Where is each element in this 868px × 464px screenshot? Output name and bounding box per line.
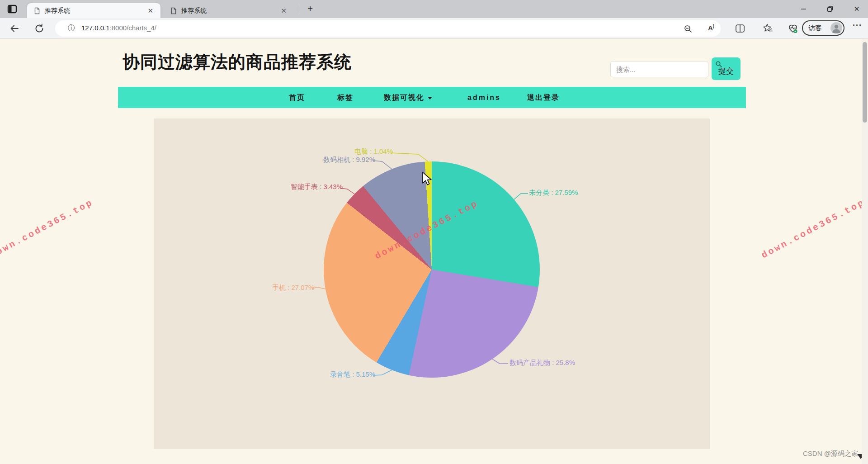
- webpage-content: 协同过滤算法的商品推荐系统 提交 首页 标签 数据可视化 admins 退出登录…: [0, 39, 868, 464]
- favorites-star-icon[interactable]: [762, 23, 773, 34]
- tab-close-icon[interactable]: ✕: [278, 7, 289, 15]
- refresh-icon[interactable]: [34, 24, 44, 33]
- nav-item-home[interactable]: 首页: [289, 87, 305, 108]
- settings-menu-icon[interactable]: ···: [853, 21, 862, 30]
- mouse-cursor: [422, 172, 434, 185]
- url-host: 127.0.0.1: [81, 24, 110, 32]
- search-input[interactable]: [610, 61, 708, 77]
- tab-recommend-system-1[interactable]: 推荐系统 ✕: [27, 3, 160, 18]
- browser-toolbar: ⓘ 127.0.0.1:8000/charts_4/ A) 访客 ···: [0, 18, 868, 39]
- watermark-left: down.code365.top: [0, 197, 95, 261]
- tab-title: 推荐系统: [181, 7, 278, 15]
- nav-item-data-visualization[interactable]: 数据可视化: [384, 87, 432, 108]
- window-close-button[interactable]: ✕: [846, 0, 867, 18]
- split-screen-icon[interactable]: [735, 24, 745, 33]
- nav-item-admins[interactable]: admins: [467, 87, 501, 108]
- pie-label-digital-camera: 数码相机 : 9.92%: [323, 156, 375, 164]
- tab-recommend-system-2[interactable]: 推荐系统 ✕: [164, 3, 294, 18]
- restore-icon: [827, 6, 833, 12]
- screen: { "browser": { "tabs": [ { "title": "推荐系…: [0, 0, 868, 464]
- minimize-icon: [800, 6, 807, 12]
- main-navbar: 首页 标签 数据可视化 admins 退出登录: [118, 87, 746, 108]
- back-icon[interactable]: [9, 23, 20, 34]
- page-favicon-icon: [170, 7, 177, 14]
- page-title: 协同过滤算法的商品推荐系统: [123, 51, 352, 74]
- pie-label-phone: 手机 : 27.07%: [272, 284, 314, 292]
- submit-button[interactable]: 提交: [712, 57, 741, 80]
- read-aloud-icon[interactable]: A): [708, 24, 714, 32]
- pie-label-computer: 电脑 : 1.04%: [354, 147, 393, 156]
- pie-chart-container: 未分类 : 27.59% 数码产品礼物 : 25.8% 录音笔 : 5.15% …: [154, 118, 710, 449]
- guest-label: 访客: [808, 24, 822, 33]
- address-bar[interactable]: ⓘ 127.0.0.1:8000/charts_4/ A): [55, 20, 721, 37]
- tab-title: 推荐系统: [45, 7, 145, 15]
- nav-item-label: 数据可视化: [384, 94, 425, 101]
- pie-chart[interactable]: [324, 161, 540, 378]
- pie-label-voice-recorder: 录音笔 : 5.15%: [330, 370, 375, 379]
- profile-button[interactable]: 访客: [802, 20, 844, 36]
- nav-item-tags[interactable]: 标签: [337, 87, 354, 108]
- url-text[interactable]: 127.0.0.1:8000/charts_4/: [81, 24, 156, 32]
- browser-titlebar: 推荐系统 ✕ 推荐系统 ✕ + ✕: [0, 0, 868, 18]
- browser-essentials-icon[interactable]: [788, 23, 798, 34]
- tab-divider: [300, 5, 300, 13]
- submit-label: 提交: [718, 67, 734, 76]
- tab-workspaces-icon[interactable]: [7, 4, 17, 14]
- new-tab-button[interactable]: +: [304, 3, 316, 15]
- scrollbar-thumb[interactable]: [863, 42, 867, 123]
- avatar: [830, 22, 842, 34]
- url-path: :8000/charts_4/: [110, 24, 156, 32]
- pie-label-uncategorized: 未分类 : 27.59%: [529, 189, 578, 197]
- window-minimize-button[interactable]: [793, 0, 814, 18]
- nav-item-logout[interactable]: 退出登录: [527, 87, 560, 108]
- chevron-down-icon: [428, 97, 432, 99]
- pie-label-digital-gifts: 数码产品礼物 : 25.8%: [509, 359, 575, 367]
- scrollbar-track[interactable]: [862, 39, 868, 464]
- tab-close-icon[interactable]: ✕: [145, 7, 156, 15]
- page-favicon-icon: [33, 7, 41, 14]
- csdn-credit: CSDN @源码之家: [803, 450, 858, 458]
- search-icon: [715, 61, 722, 68]
- zoom-out-icon[interactable]: [684, 24, 693, 33]
- window-restore-button[interactable]: [820, 0, 840, 18]
- watermark-right: down.code365.top: [760, 197, 867, 261]
- site-info-icon[interactable]: ⓘ: [68, 24, 75, 33]
- pie-label-smartwatch: 智能手表 : 3.43%: [291, 183, 343, 191]
